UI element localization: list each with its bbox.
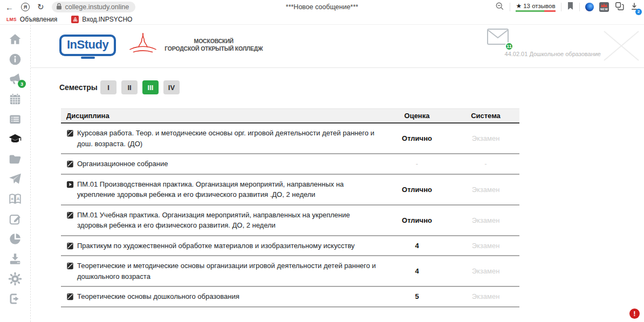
system-value: Экзамен [452, 216, 519, 224]
svg-text:A: A [17, 196, 20, 201]
bookmark-label: Объявления [20, 16, 57, 23]
lock-icon [56, 3, 62, 11]
discipline-title: Организационное собрание [77, 159, 168, 169]
book-icon [66, 160, 74, 168]
sidebar-item-translate[interactable]: яA [8, 191, 23, 207]
main-content: InStudy МО [31, 25, 644, 322]
grade-value: Отлично [382, 216, 452, 224]
reviews-widget[interactable]: ★ 13 отзывов [516, 2, 556, 12]
table-row[interactable]: Теоретические и методические основы орга… [61, 256, 519, 287]
back-button[interactable]: ← [5, 3, 13, 12]
address-bar[interactable]: college.instudy.online [52, 2, 136, 12]
semester-button-III[interactable]: III [142, 80, 159, 94]
grade-value: Отлично [382, 134, 452, 142]
semester-button-I[interactable]: I [100, 80, 117, 94]
instudy-logo-text: InStudy [67, 38, 108, 51]
play-icon [66, 181, 74, 188]
semesters-row: Семестры IIIIIIIV [59, 80, 644, 94]
reviews-count: 13 отзывов [523, 3, 555, 9]
table-row[interactable]: ПМ.01 Производственная практика. Организ… [61, 175, 519, 205]
sidebar-item-logout[interactable] [8, 291, 23, 306]
avatar-placeholder-x-icon[interactable] [602, 29, 641, 65]
inpsycho-favicon [71, 16, 79, 23]
grades-table: Дисциплина Оценка Система Курсовая работ… [61, 108, 519, 307]
grade-value: 4 [382, 267, 452, 275]
table-row[interactable]: Практикум по художественной обработке ма… [61, 236, 519, 257]
sidebar-item-settings[interactable] [8, 271, 23, 286]
column-header-grade: Оценка [382, 112, 452, 120]
divider [510, 3, 510, 11]
book-icon [66, 262, 74, 270]
announcements-badge: 3 [18, 80, 26, 88]
table-body: Курсовая работа. Теор. и методические ос… [61, 124, 519, 307]
downloads-button[interactable]: 2 [630, 2, 639, 13]
program-label: 44.02.01 Дошкольное образование [505, 51, 601, 57]
sidebar-item-grades[interactable] [8, 132, 23, 147]
system-value: Экзамен [452, 134, 519, 142]
rating-bar [516, 10, 556, 12]
tab-groups-icon[interactable] [614, 1, 625, 13]
yandex-home-button[interactable]: Я [21, 3, 30, 11]
star-icon: ★ [516, 2, 522, 10]
table-header: Дисциплина Оценка Система [61, 108, 519, 124]
grade-value: Отлично [382, 186, 452, 194]
college-emblem-icon [126, 31, 160, 59]
book-icon [66, 129, 74, 137]
lms-favicon: LMS [6, 17, 17, 22]
table-row[interactable]: Теоретические основы дошкольного образов… [61, 287, 519, 307]
new-badge-label: NEW [600, 8, 608, 12]
discipline-title: Теоретические основы дошкольного образов… [77, 291, 239, 302]
grade-value: - [382, 160, 452, 168]
table-row[interactable]: ПМ.01 Учебная практика. Организация меро… [61, 205, 519, 236]
page-header: InStudy МО [31, 25, 644, 68]
semesters-label: Семестры [59, 83, 95, 92]
college-name-line1: МОСКОВСКИЙ [165, 38, 263, 45]
sidebar-item-messages[interactable] [8, 172, 23, 187]
table-row[interactable]: Курсовая работа. Теор. и методические ос… [61, 124, 519, 154]
bookmarks-bar: LMS Объявления Вход.INPSYCHO [0, 14, 644, 25]
system-value: Экзамен [452, 267, 519, 275]
semester-button-II[interactable]: II [121, 80, 138, 94]
discipline-title: ПМ.01 Производственная практика. Организ… [77, 179, 376, 200]
discipline-title: ПМ.01 Учебная практика. Организация меро… [77, 210, 376, 231]
sidebar-item-downloads[interactable] [8, 251, 23, 266]
zoom-out-icon[interactable] [495, 2, 504, 13]
sidebar-item-journal[interactable] [8, 112, 23, 127]
alert-icon[interactable]: ! [629, 309, 640, 319]
sidebar-item-announcements[interactable]: 3 [8, 72, 23, 87]
extension-new-icon[interactable]: NEW [599, 2, 609, 12]
college-name-line2: ГОРОДСКОЙ ОТКРЫТЫЙ КОЛЛЕДЖ [165, 45, 263, 53]
sidebar-item-files[interactable] [8, 152, 23, 167]
extension-sphere-icon[interactable] [585, 3, 594, 11]
college-brand: МОСКОВСКИЙ ГОРОДСКОЙ ОТКРЫТЫЙ КОЛЛЕДЖ [126, 31, 263, 59]
semester-button-IV[interactable]: IV [163, 80, 180, 94]
sidebar-item-edit[interactable] [8, 211, 23, 227]
column-header-discipline: Дисциплина [61, 112, 382, 120]
sidebar-item-statistics[interactable] [8, 231, 23, 246]
divider [561, 3, 561, 11]
grade-value: 4 [382, 242, 452, 250]
semester-buttons: IIIIIIIV [100, 80, 180, 94]
table-row[interactable]: Организационное собрание - - [61, 154, 519, 175]
svg-text:я: я [11, 196, 13, 201]
bookmark-flag-icon[interactable] [567, 2, 574, 12]
sidebar-item-home[interactable] [8, 32, 23, 47]
book-icon [66, 211, 74, 219]
discipline-title: Курсовая работа. Теор. и методические ос… [77, 128, 376, 149]
grade-value: 5 [382, 292, 452, 300]
instudy-logo[interactable]: InStudy [59, 35, 116, 56]
mail-button[interactable]: 11 [487, 28, 509, 47]
mail-badge: 11 [505, 42, 513, 51]
bookmark-announcements[interactable]: LMS Объявления [6, 16, 57, 23]
discipline-title: Теоретические и методические основы орга… [77, 261, 376, 282]
sidebar-item-info[interactable] [8, 52, 23, 67]
app-sidebar: 3 яA [0, 25, 31, 322]
browser-window: ← Я ↻ college.instudy.online ***Новое со… [0, 0, 644, 322]
refresh-button[interactable]: ↻ [37, 2, 44, 12]
crown-shape [601, 3, 607, 7]
book-icon [66, 242, 74, 250]
sidebar-item-calendar[interactable] [8, 92, 23, 107]
bookmark-inpsycho[interactable]: Вход.INPSYCHO [71, 16, 132, 23]
browser-toolbar: ← Я ↻ college.instudy.online ***Новое со… [0, 0, 644, 14]
book-icon [66, 293, 74, 300]
